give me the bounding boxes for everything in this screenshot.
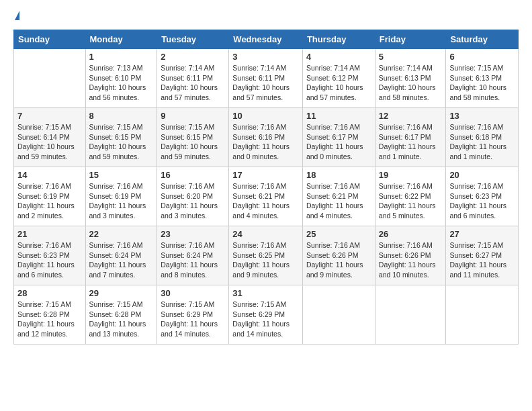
cell-date-number: 26 (379, 229, 443, 239)
cell-info: Sunrise: 7:16 AMSunset: 6:24 PMDaylight:… (89, 240, 154, 280)
cell-date-number: 29 (89, 288, 154, 298)
cell-date-number: 3 (232, 52, 299, 62)
day-header-friday: Friday (375, 30, 446, 49)
calendar-cell: 15Sunrise: 7:16 AMSunset: 6:19 PMDayligh… (85, 167, 157, 226)
calendar-cell: 11Sunrise: 7:16 AMSunset: 6:17 PMDayligh… (302, 108, 375, 167)
cell-info: Sunrise: 7:14 AMSunset: 6:11 PMDaylight:… (232, 63, 299, 103)
calendar-cell: 26Sunrise: 7:16 AMSunset: 6:26 PMDayligh… (375, 226, 446, 285)
cell-date-number: 4 (306, 52, 371, 62)
cell-info: Sunrise: 7:16 AMSunset: 6:23 PMDaylight:… (449, 181, 515, 221)
calendar-cell: 3Sunrise: 7:14 AMSunset: 6:11 PMDaylight… (229, 49, 303, 108)
calendar-cell: 21Sunrise: 7:16 AMSunset: 6:23 PMDayligh… (14, 226, 86, 285)
calendar-cell: 13Sunrise: 7:16 AMSunset: 6:18 PMDayligh… (446, 108, 519, 167)
calendar-cell: 24Sunrise: 7:16 AMSunset: 6:25 PMDayligh… (229, 226, 303, 285)
cell-info: Sunrise: 7:16 AMSunset: 6:18 PMDaylight:… (449, 122, 515, 162)
cell-date-number: 6 (449, 52, 515, 62)
cell-date-number: 17 (232, 170, 299, 180)
cell-date-number: 14 (17, 170, 82, 180)
calendar-cell: 1Sunrise: 7:13 AMSunset: 6:10 PMDaylight… (85, 49, 157, 108)
calendar-cell: 4Sunrise: 7:14 AMSunset: 6:12 PMDaylight… (302, 49, 375, 108)
calendar-cell: 31Sunrise: 7:15 AMSunset: 6:29 PMDayligh… (229, 285, 303, 345)
cell-date-number: 16 (161, 170, 225, 180)
calendar-cell: 14Sunrise: 7:16 AMSunset: 6:19 PMDayligh… (14, 167, 86, 226)
calendar-cell: 25Sunrise: 7:16 AMSunset: 6:26 PMDayligh… (302, 226, 375, 285)
cell-info: Sunrise: 7:15 AMSunset: 6:28 PMDaylight:… (17, 300, 82, 339)
calendar-cell: 18Sunrise: 7:16 AMSunset: 6:21 PMDayligh… (302, 167, 375, 226)
calendar-cell: 10Sunrise: 7:16 AMSunset: 6:16 PMDayligh… (229, 108, 303, 167)
calendar-cell: 2Sunrise: 7:14 AMSunset: 6:11 PMDaylight… (157, 49, 229, 108)
cell-info: Sunrise: 7:16 AMSunset: 6:25 PMDaylight:… (232, 240, 299, 280)
cell-date-number: 30 (161, 288, 225, 298)
week-row: 28Sunrise: 7:15 AMSunset: 6:28 PMDayligh… (14, 285, 519, 345)
cell-date-number: 28 (17, 288, 82, 298)
calendar-cell: 22Sunrise: 7:16 AMSunset: 6:24 PMDayligh… (85, 226, 157, 285)
calendar-cell: 16Sunrise: 7:16 AMSunset: 6:20 PMDayligh… (157, 167, 229, 226)
week-row: 14Sunrise: 7:16 AMSunset: 6:19 PMDayligh… (14, 167, 519, 226)
cell-info: Sunrise: 7:15 AMSunset: 6:15 PMDaylight:… (161, 122, 225, 162)
cell-info: Sunrise: 7:16 AMSunset: 6:24 PMDaylight:… (161, 240, 225, 280)
cell-date-number: 1 (89, 52, 154, 62)
calendar-cell (375, 285, 446, 345)
calendar-cell: 23Sunrise: 7:16 AMSunset: 6:24 PMDayligh… (157, 226, 229, 285)
calendar-cell: 8Sunrise: 7:15 AMSunset: 6:15 PMDaylight… (85, 108, 157, 167)
week-row: 1Sunrise: 7:13 AMSunset: 6:10 PMDaylight… (14, 49, 519, 108)
day-header-saturday: Saturday (446, 30, 519, 49)
cell-date-number: 24 (232, 229, 299, 239)
cell-date-number: 9 (161, 111, 225, 121)
cell-info: Sunrise: 7:16 AMSunset: 6:26 PMDaylight:… (306, 240, 371, 280)
cell-info: Sunrise: 7:16 AMSunset: 6:21 PMDaylight:… (232, 181, 299, 221)
week-row: 21Sunrise: 7:16 AMSunset: 6:23 PMDayligh… (14, 226, 519, 285)
calendar-cell: 17Sunrise: 7:16 AMSunset: 6:21 PMDayligh… (229, 167, 303, 226)
day-header-thursday: Thursday (302, 30, 375, 49)
calendar-cell: 27Sunrise: 7:15 AMSunset: 6:27 PMDayligh… (446, 226, 519, 285)
logo (13, 11, 19, 23)
calendar-cell: 9Sunrise: 7:15 AMSunset: 6:15 PMDaylight… (157, 108, 229, 167)
cell-date-number: 2 (161, 52, 225, 62)
cell-info: Sunrise: 7:16 AMSunset: 6:17 PMDaylight:… (379, 122, 443, 162)
logo-icon (15, 11, 19, 20)
calendar-cell: 30Sunrise: 7:15 AMSunset: 6:29 PMDayligh… (157, 285, 229, 345)
calendar-cell: 12Sunrise: 7:16 AMSunset: 6:17 PMDayligh… (375, 108, 446, 167)
day-header-wednesday: Wednesday (229, 30, 303, 49)
calendar-cell (446, 285, 519, 345)
cell-info: Sunrise: 7:14 AMSunset: 6:12 PMDaylight:… (306, 63, 371, 103)
day-header-tuesday: Tuesday (157, 30, 229, 49)
cell-date-number: 20 (449, 170, 515, 180)
cell-date-number: 12 (379, 111, 443, 121)
cell-date-number: 18 (306, 170, 371, 180)
calendar-cell: 28Sunrise: 7:15 AMSunset: 6:28 PMDayligh… (14, 285, 86, 345)
calendar-cell (302, 285, 375, 345)
cell-info: Sunrise: 7:15 AMSunset: 6:29 PMDaylight:… (232, 300, 299, 339)
cell-date-number: 22 (89, 229, 154, 239)
cell-info: Sunrise: 7:15 AMSunset: 6:28 PMDaylight:… (89, 300, 154, 339)
cell-info: Sunrise: 7:16 AMSunset: 6:23 PMDaylight:… (17, 240, 82, 280)
cell-info: Sunrise: 7:14 AMSunset: 6:13 PMDaylight:… (379, 63, 443, 103)
cell-date-number: 5 (379, 52, 443, 62)
calendar-cell: 6Sunrise: 7:15 AMSunset: 6:13 PMDaylight… (446, 49, 519, 108)
cell-info: Sunrise: 7:16 AMSunset: 6:26 PMDaylight:… (379, 240, 443, 280)
calendar-cell: 5Sunrise: 7:14 AMSunset: 6:13 PMDaylight… (375, 49, 446, 108)
cell-date-number: 15 (89, 170, 154, 180)
cell-info: Sunrise: 7:16 AMSunset: 6:20 PMDaylight:… (161, 181, 225, 221)
cell-date-number: 11 (306, 111, 371, 121)
cell-date-number: 25 (306, 229, 371, 239)
calendar-table: SundayMondayTuesdayWednesdayThursdayFrid… (13, 30, 519, 345)
cell-info: Sunrise: 7:13 AMSunset: 6:10 PMDaylight:… (89, 63, 154, 103)
cell-date-number: 10 (232, 111, 299, 121)
cell-info: Sunrise: 7:16 AMSunset: 6:22 PMDaylight:… (379, 181, 443, 221)
day-header-monday: Monday (85, 30, 157, 49)
cell-date-number: 27 (449, 229, 515, 239)
calendar-cell: 20Sunrise: 7:16 AMSunset: 6:23 PMDayligh… (446, 167, 519, 226)
cell-info: Sunrise: 7:16 AMSunset: 6:21 PMDaylight:… (306, 181, 371, 221)
cell-info: Sunrise: 7:16 AMSunset: 6:19 PMDaylight:… (89, 181, 154, 221)
calendar-cell: 29Sunrise: 7:15 AMSunset: 6:28 PMDayligh… (85, 285, 157, 345)
cell-date-number: 23 (161, 229, 225, 239)
calendar-cell: 7Sunrise: 7:15 AMSunset: 6:14 PMDaylight… (14, 108, 86, 167)
cell-info: Sunrise: 7:16 AMSunset: 6:17 PMDaylight:… (306, 122, 371, 162)
cell-info: Sunrise: 7:14 AMSunset: 6:11 PMDaylight:… (161, 63, 225, 103)
cell-date-number: 19 (379, 170, 443, 180)
cell-info: Sunrise: 7:15 AMSunset: 6:14 PMDaylight:… (17, 122, 82, 162)
cell-info: Sunrise: 7:15 AMSunset: 6:15 PMDaylight:… (89, 122, 154, 162)
cell-info: Sunrise: 7:16 AMSunset: 6:16 PMDaylight:… (232, 122, 299, 162)
cell-date-number: 31 (232, 288, 299, 298)
